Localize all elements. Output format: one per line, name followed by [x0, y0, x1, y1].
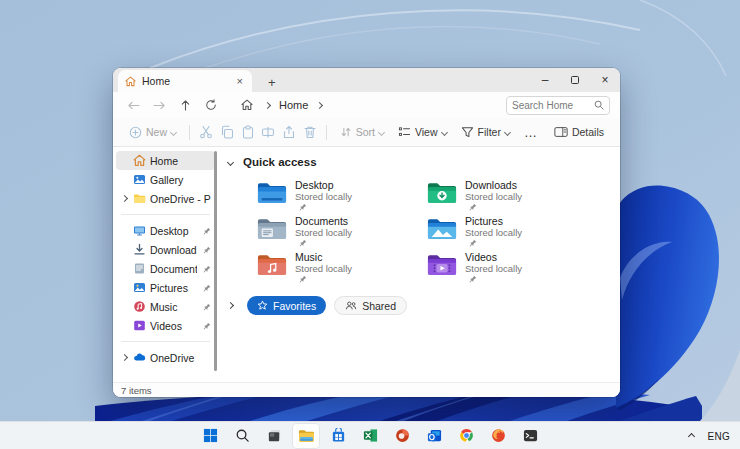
tile-pictures[interactable]: Pictures Stored locally — [427, 216, 597, 246]
new-label: New — [146, 126, 167, 138]
command-bar: New Sort — [113, 118, 620, 147]
share-button[interactable] — [280, 120, 299, 144]
onedrive-cloud-icon — [133, 351, 146, 364]
details-label: Details — [572, 126, 604, 138]
more-options-button[interactable]: … — [518, 120, 544, 144]
pin-icon — [203, 322, 211, 330]
tray-expand-icon[interactable] — [688, 432, 695, 439]
search-icon — [594, 100, 604, 110]
rename-button[interactable] — [259, 120, 278, 144]
view-button[interactable]: View — [392, 120, 453, 144]
tile-downloads[interactable]: Downloads Stored locally — [427, 180, 597, 210]
cut-icon — [199, 125, 213, 139]
sidebar-item-music[interactable]: Music — [116, 297, 215, 316]
forward-button[interactable] — [147, 94, 171, 116]
tile-desktop[interactable]: Desktop Stored locally — [257, 180, 427, 210]
tile-documents[interactable]: Documents Stored locally — [257, 216, 427, 246]
file-explorer-button[interactable] — [293, 424, 319, 448]
chevron-right-icon[interactable] — [227, 302, 234, 309]
details-button[interactable]: Details — [548, 120, 610, 144]
cut-button[interactable] — [197, 120, 216, 144]
excel-button[interactable] — [357, 424, 383, 448]
tile-subtitle: Stored locally — [465, 191, 522, 202]
sidebar-item-gallery[interactable]: Gallery — [116, 170, 215, 189]
window-body: Home Gallery OneDrive - Pers Desktop — [113, 147, 620, 382]
videos-icon — [133, 319, 146, 332]
terminal-button[interactable] — [517, 424, 543, 448]
taskbar: ENG — [0, 421, 740, 449]
search-input[interactable] — [512, 100, 590, 111]
breadcrumb-item-home[interactable]: Home — [276, 99, 311, 111]
sort-button[interactable]: Sort — [334, 120, 390, 144]
shared-label: Shared — [362, 300, 396, 312]
desktop-folder-icon — [257, 180, 287, 205]
expander-chevron-icon[interactable] — [119, 355, 129, 360]
shared-pill[interactable]: Shared — [334, 296, 407, 315]
sidebar-item-downloads[interactable]: Downloads — [116, 240, 215, 259]
maximize-button[interactable] — [560, 68, 590, 92]
search-box — [506, 96, 610, 115]
favorites-pill[interactable]: Favorites — [247, 296, 326, 315]
quick-access-header[interactable]: Quick access — [222, 154, 620, 170]
copy-icon — [220, 125, 234, 139]
sidebar-item-desktop[interactable]: Desktop — [116, 221, 215, 240]
powerpoint-button[interactable] — [389, 424, 415, 448]
minimize-button[interactable]: – — [530, 68, 560, 92]
chevron-down-icon — [227, 158, 234, 165]
new-tab-button[interactable]: + — [264, 75, 280, 92]
firefox-button[interactable] — [485, 424, 511, 448]
sidebar-item-onedrive-personal[interactable]: OneDrive - Pers — [116, 189, 215, 208]
pin-icon — [203, 303, 211, 311]
windows-start-icon — [203, 428, 218, 443]
task-view-icon — [267, 428, 282, 443]
search-button[interactable] — [229, 424, 255, 448]
file-explorer-icon — [298, 428, 315, 443]
paste-button[interactable] — [238, 120, 257, 144]
tab-home[interactable]: Home × — [118, 70, 252, 92]
outlook-button[interactable] — [421, 424, 447, 448]
sidebar-item-videos[interactable]: Videos — [116, 316, 215, 335]
chevron-right-icon — [265, 103, 270, 108]
sidebar-item-documents[interactable]: Documents — [116, 259, 215, 278]
tile-music[interactable]: Music Stored locally — [257, 252, 427, 282]
refresh-button[interactable] — [199, 94, 223, 116]
tab-strip: Home × + – × — [113, 68, 620, 92]
breadcrumb-home-button[interactable] — [235, 94, 259, 116]
sidebar-item-home[interactable]: Home — [116, 151, 215, 170]
tile-videos[interactable]: Videos Stored locally — [427, 252, 597, 282]
search-icon — [235, 428, 250, 443]
sidebar-item-label: Gallery — [150, 174, 211, 186]
start-button[interactable] — [197, 424, 223, 448]
toolbar-divider — [326, 125, 327, 140]
task-view-button[interactable] — [261, 424, 287, 448]
tile-subtitle: Stored locally — [465, 227, 522, 238]
chrome-button[interactable] — [453, 424, 479, 448]
language-indicator[interactable]: ENG — [707, 431, 730, 442]
microsoft-store-icon — [331, 428, 346, 443]
documents-folder-icon — [257, 216, 287, 241]
back-button[interactable] — [121, 94, 145, 116]
sidebar-item-label: Videos — [150, 320, 197, 332]
sidebar-scrollbar[interactable] — [214, 151, 217, 371]
sidebar-item-label: Desktop — [150, 225, 197, 237]
up-button[interactable] — [173, 94, 197, 116]
favorites-label: Favorites — [273, 300, 316, 312]
sidebar-item-onedrive[interactable]: OneDrive — [116, 348, 215, 367]
terminal-icon — [523, 428, 538, 443]
sidebar-item-pictures[interactable]: Pictures — [116, 278, 215, 297]
pin-icon — [203, 265, 211, 273]
pin-icon — [299, 275, 352, 283]
music-folder-icon — [257, 252, 287, 277]
tab-close-icon[interactable]: × — [235, 76, 245, 87]
copy-button[interactable] — [217, 120, 236, 144]
expander-chevron-icon[interactable] — [119, 196, 129, 201]
delete-button[interactable] — [300, 120, 319, 144]
new-button[interactable]: New — [123, 120, 182, 144]
powerpoint-icon — [395, 428, 410, 443]
tab-title: Home — [142, 75, 229, 87]
desktop-icon — [133, 224, 146, 237]
microsoft-store-button[interactable] — [325, 424, 351, 448]
tile-name: Pictures — [465, 216, 522, 227]
filter-button[interactable]: Filter — [455, 120, 516, 144]
close-button[interactable]: × — [590, 68, 620, 92]
